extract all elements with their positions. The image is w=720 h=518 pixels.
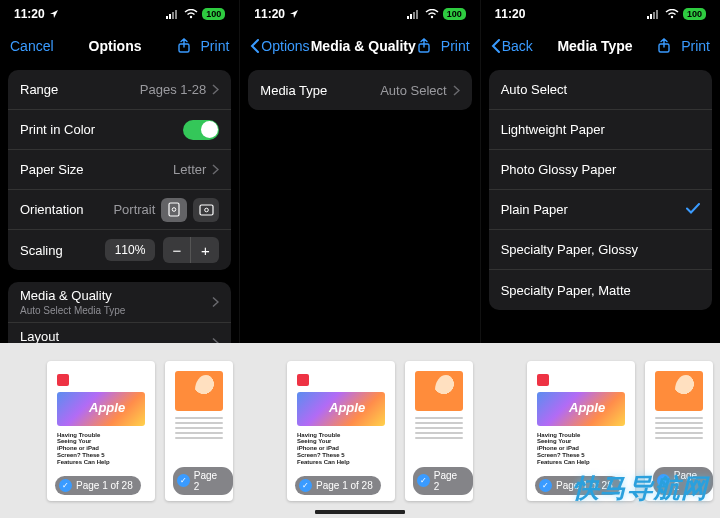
- status-time: 11:20: [495, 7, 526, 21]
- check-icon: ✓: [59, 479, 72, 492]
- nav-title: Media Type: [557, 38, 632, 54]
- preview-apple-text: Apple: [329, 400, 365, 415]
- svg-point-4: [190, 16, 192, 18]
- signal-icon: [166, 9, 180, 19]
- check-icon: ✓: [539, 479, 552, 492]
- page-2-label: Page 2: [434, 470, 465, 492]
- chevron-right-icon: [212, 297, 219, 308]
- wifi-icon: [184, 9, 198, 19]
- print-button[interactable]: Print: [441, 38, 470, 54]
- svg-rect-2: [172, 12, 174, 19]
- orientation-value: Portrait: [113, 202, 155, 217]
- checkmark-icon: [686, 202, 700, 217]
- paper-size-label: Paper Size: [20, 162, 84, 177]
- preview-page-1[interactable]: Apple Having Trouble Seeing Your iPhone …: [527, 361, 635, 501]
- media-type-row[interactable]: Media Type Auto Select: [248, 70, 471, 110]
- signal-icon: [647, 9, 661, 19]
- print-color-label: Print in Color: [20, 122, 95, 137]
- share-icon[interactable]: [177, 38, 191, 54]
- chevron-right-icon: [453, 85, 460, 96]
- status-time: 11:20: [14, 7, 45, 21]
- check-icon: ✓: [177, 474, 190, 487]
- svg-rect-18: [653, 12, 655, 19]
- svg-point-7: [173, 208, 177, 212]
- print-color-toggle[interactable]: [183, 120, 219, 140]
- preview-article-title: Having Trouble Seeing Your iPhone or iPa…: [297, 432, 350, 466]
- svg-point-9: [205, 208, 209, 212]
- range-label: Range: [20, 82, 58, 97]
- options-group-1: Range Pages 1-28 Print in Color Paper Si…: [8, 70, 231, 270]
- svg-rect-13: [416, 10, 418, 19]
- svg-rect-16: [647, 16, 649, 19]
- page-2-label: Page 2: [674, 470, 705, 492]
- location-icon: [49, 9, 59, 19]
- svg-rect-17: [650, 14, 652, 19]
- preview-article-title: Having Trouble Seeing Your iPhone or iPa…: [537, 432, 590, 466]
- range-row[interactable]: Range Pages 1-28: [8, 70, 231, 110]
- preview-page-2[interactable]: ✓Page 2: [165, 361, 233, 501]
- media-type-label: Media Type: [260, 83, 327, 98]
- scaling-value: 110%: [105, 239, 156, 261]
- option-photo-glossy-paper[interactable]: Photo Glossy Paper: [489, 150, 712, 190]
- preview-page-2[interactable]: ✓Page 2: [405, 361, 473, 501]
- option-lightweight-paper[interactable]: Lightweight Paper: [489, 110, 712, 150]
- preview-page-1[interactable]: Apple Having Trouble Seeing Your iPhone …: [47, 361, 155, 501]
- svg-rect-8: [200, 205, 213, 215]
- cancel-button[interactable]: Cancel: [10, 38, 54, 54]
- nav-bar: Options Media & Quality Print: [240, 28, 479, 64]
- status-bar: 11:20 100: [240, 0, 479, 28]
- paper-size-value: Letter: [173, 162, 206, 177]
- preview-page-2[interactable]: ✓Page 2: [645, 361, 713, 501]
- media-type-options: Auto Select Lightweight Paper Photo Glos…: [489, 70, 712, 310]
- location-icon: [289, 9, 299, 19]
- nav-bar: Back Media Type Print: [481, 28, 720, 64]
- page-1-label: Page 1 of 28: [316, 480, 373, 491]
- preview-col-3: Apple Having Trouble Seeing Your iPhone …: [480, 343, 720, 518]
- svg-rect-3: [175, 10, 177, 19]
- orientation-landscape-button[interactable]: [193, 198, 219, 222]
- media-quality-row[interactable]: Media & Quality Auto Select Media Type: [8, 282, 231, 323]
- layout-label: Layout: [20, 329, 59, 344]
- battery-badge: 100: [683, 8, 706, 20]
- paper-size-row[interactable]: Paper Size Letter: [8, 150, 231, 190]
- svg-rect-11: [410, 14, 412, 19]
- option-auto-select[interactable]: Auto Select: [489, 70, 712, 110]
- scaling-increment-button[interactable]: +: [191, 237, 219, 263]
- option-specialty-matte[interactable]: Specialty Paper, Matte: [489, 270, 712, 310]
- back-button[interactable]: Options: [250, 38, 309, 54]
- check-icon: ✓: [657, 474, 670, 487]
- print-button[interactable]: Print: [681, 38, 710, 54]
- orientation-row: Orientation Portrait: [8, 190, 231, 230]
- scaling-row: Scaling 110% − +: [8, 230, 231, 270]
- share-icon[interactable]: [417, 38, 431, 54]
- share-icon[interactable]: [657, 38, 671, 54]
- range-value: Pages 1-28: [140, 82, 207, 97]
- chevron-right-icon: [212, 164, 219, 175]
- wifi-icon: [425, 9, 439, 19]
- scaling-decrement-button[interactable]: −: [163, 237, 191, 263]
- option-plain-paper[interactable]: Plain Paper: [489, 190, 712, 230]
- back-button[interactable]: Back: [491, 38, 533, 54]
- svg-rect-1: [169, 14, 171, 19]
- print-in-color-row: Print in Color: [8, 110, 231, 150]
- svg-rect-12: [413, 12, 415, 19]
- status-bar: 11:20 100: [0, 0, 239, 28]
- svg-rect-6: [169, 203, 179, 216]
- battery-badge: 100: [202, 8, 225, 20]
- preview-apple-text: Apple: [89, 400, 125, 415]
- page-1-label: Page 1 of 28: [76, 480, 133, 491]
- preview-page-1[interactable]: Apple Having Trouble Seeing Your iPhone …: [287, 361, 395, 501]
- media-type-value: Auto Select: [380, 83, 447, 98]
- nav-title: Media & Quality: [311, 38, 416, 54]
- check-icon: ✓: [299, 479, 312, 492]
- svg-rect-10: [407, 16, 409, 19]
- option-specialty-glossy[interactable]: Specialty Paper, Glossy: [489, 230, 712, 270]
- orientation-label: Orientation: [20, 202, 84, 217]
- orientation-portrait-button[interactable]: [161, 198, 187, 222]
- preview-col-1: Apple Having Trouble Seeing Your iPhone …: [0, 343, 240, 518]
- print-button[interactable]: Print: [201, 38, 230, 54]
- preview-col-2: Apple Having Trouble Seeing Your iPhone …: [240, 343, 480, 518]
- signal-icon: [407, 9, 421, 19]
- battery-badge: 100: [443, 8, 466, 20]
- print-preview-strip: Apple Having Trouble Seeing Your iPhone …: [0, 343, 720, 518]
